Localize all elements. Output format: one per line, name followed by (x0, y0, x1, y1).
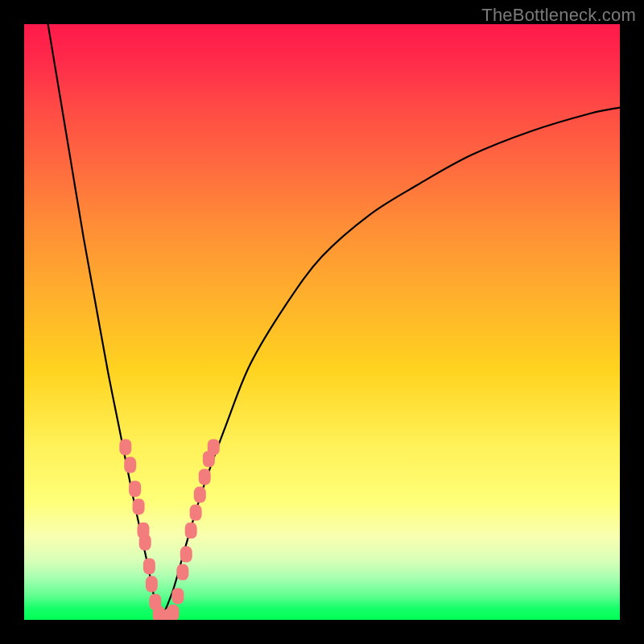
right-branch-curve (161, 108, 620, 620)
marker-dot (129, 481, 141, 497)
data-markers (119, 439, 220, 620)
plot-area (24, 24, 620, 620)
marker-dot (194, 487, 206, 503)
marker-dot (143, 558, 155, 574)
marker-dot (124, 457, 136, 473)
chart-frame: TheBottleneck.com (0, 0, 644, 644)
watermark-text: TheBottleneck.com (481, 5, 636, 26)
marker-dot (190, 505, 202, 521)
marker-dot (133, 498, 145, 514)
marker-dot (139, 535, 151, 551)
marker-dot (208, 439, 220, 455)
marker-dot (167, 605, 180, 620)
marker-dot (185, 522, 197, 539)
curve-layer (24, 24, 620, 620)
marker-dot (146, 576, 158, 592)
marker-dot (199, 469, 211, 485)
marker-dot (171, 588, 184, 604)
marker-dot (180, 547, 192, 563)
marker-dot (119, 439, 131, 455)
marker-dot (176, 564, 188, 580)
